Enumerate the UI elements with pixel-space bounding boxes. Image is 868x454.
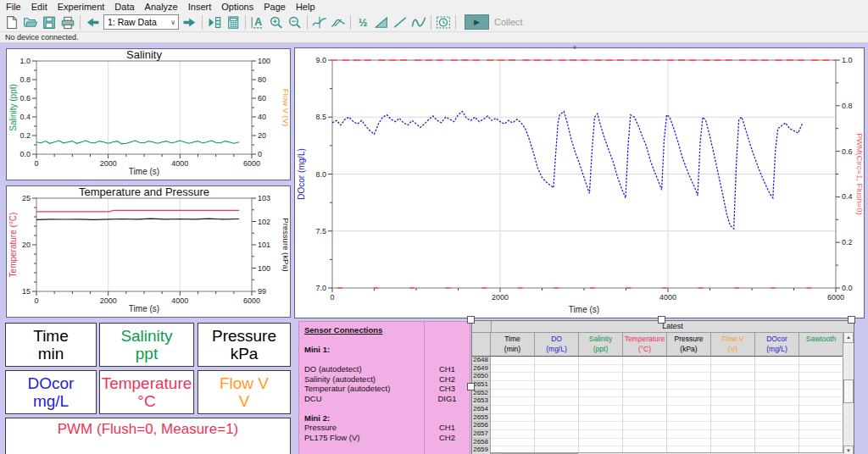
prev-run-icon[interactable] bbox=[83, 14, 102, 30]
autoscale-icon[interactable]: A bbox=[248, 14, 267, 30]
table-cell[interactable] bbox=[491, 397, 535, 406]
table-cell[interactable] bbox=[623, 439, 667, 447]
table-cell[interactable] bbox=[579, 365, 623, 374]
table-cell[interactable] bbox=[491, 439, 535, 447]
table-cell[interactable] bbox=[579, 381, 623, 390]
table-cell[interactable] bbox=[755, 397, 799, 406]
column-header-temperature[interactable]: Temperature(°C) bbox=[623, 333, 667, 357]
column-header-flow-v[interactable]: Flow V(V) bbox=[711, 333, 755, 357]
table-cell[interactable] bbox=[491, 422, 535, 430]
table-cell[interactable] bbox=[535, 365, 579, 374]
table-cell[interactable] bbox=[491, 365, 535, 374]
table-cell[interactable] bbox=[799, 357, 843, 365]
column-header-pressure[interactable]: Pressure(kPa) bbox=[667, 333, 711, 357]
menu-edit[interactable]: Edit bbox=[27, 1, 53, 13]
table-cell[interactable] bbox=[579, 373, 623, 381]
table-cell[interactable] bbox=[755, 406, 799, 414]
dataset-selector[interactable]: 1: Raw Data∨ bbox=[103, 14, 179, 30]
table-cell[interactable] bbox=[755, 357, 799, 365]
open-file-icon[interactable] bbox=[21, 14, 40, 30]
print-icon[interactable] bbox=[58, 14, 77, 30]
table-cell[interactable] bbox=[535, 373, 579, 381]
save-icon[interactable] bbox=[40, 14, 58, 30]
table-cell[interactable] bbox=[623, 430, 667, 439]
data-collection-icon[interactable] bbox=[434, 14, 453, 30]
table-cell[interactable] bbox=[623, 365, 667, 374]
table-cell[interactable] bbox=[711, 439, 755, 447]
table-cell[interactable] bbox=[491, 357, 535, 365]
table-cell[interactable] bbox=[667, 439, 711, 447]
menu-page[interactable]: Page bbox=[259, 1, 292, 13]
table-cell[interactable] bbox=[799, 414, 843, 423]
table-cell[interactable] bbox=[623, 357, 667, 365]
vscroll-thumb[interactable] bbox=[843, 379, 854, 403]
linear-fit-icon[interactable] bbox=[391, 14, 409, 30]
table-cell[interactable] bbox=[755, 414, 799, 423]
page-view-icon[interactable] bbox=[205, 14, 224, 30]
table-cell[interactable] bbox=[667, 381, 711, 390]
column-header-do[interactable]: DO(mg/L) bbox=[535, 333, 579, 357]
table-cell[interactable] bbox=[755, 390, 799, 398]
table-cell[interactable] bbox=[799, 422, 843, 430]
zoom-in-icon[interactable] bbox=[267, 14, 286, 30]
table-cell[interactable] bbox=[491, 390, 535, 398]
table-cell[interactable] bbox=[667, 357, 711, 365]
data-table[interactable]: Latest Time(min)DO(mg/L)Salinity(ppt)Tem… bbox=[471, 320, 854, 454]
table-cell[interactable] bbox=[711, 422, 755, 430]
tangent-icon[interactable] bbox=[329, 14, 348, 30]
table-cell[interactable] bbox=[799, 365, 843, 374]
docor-pwm-chart[interactable]: 02000400060007.07.58.08.59.00.00.20.40.6… bbox=[295, 48, 862, 316]
selection-handle-top-right[interactable] bbox=[848, 316, 855, 324]
scroll-down-icon[interactable]: ▼ bbox=[843, 446, 854, 454]
table-cell[interactable] bbox=[579, 422, 623, 430]
table-cell[interactable] bbox=[623, 390, 667, 398]
table-cell[interactable] bbox=[579, 357, 623, 365]
table-cell[interactable] bbox=[535, 422, 579, 430]
menu-file[interactable]: File bbox=[2, 1, 27, 13]
table-cell[interactable] bbox=[579, 390, 623, 398]
table-cell[interactable] bbox=[623, 414, 667, 423]
table-cell[interactable] bbox=[755, 365, 799, 374]
table-cell[interactable] bbox=[755, 373, 799, 381]
table-cell[interactable] bbox=[711, 397, 755, 406]
column-header-time[interactable]: Time(min) bbox=[491, 333, 535, 357]
table-cell[interactable] bbox=[799, 381, 843, 390]
next-run-icon[interactable] bbox=[181, 14, 199, 30]
menu-help[interactable]: Help bbox=[292, 1, 321, 13]
table-cell[interactable] bbox=[535, 414, 579, 423]
table-cell[interactable] bbox=[755, 422, 799, 430]
table-cell[interactable] bbox=[711, 381, 755, 390]
table-vertical-scrollbar[interactable]: ▲ ▼ bbox=[843, 332, 854, 454]
curve-fit-icon[interactable] bbox=[409, 14, 428, 30]
column-header-sawtooth[interactable]: Sawtooth bbox=[799, 333, 843, 357]
table-cell[interactable] bbox=[711, 406, 755, 414]
table-cell[interactable] bbox=[667, 414, 711, 423]
examine-icon[interactable] bbox=[310, 14, 329, 30]
table-cell[interactable] bbox=[535, 381, 579, 390]
table-cell[interactable] bbox=[535, 406, 579, 414]
table-cell[interactable] bbox=[799, 373, 843, 381]
table-cell[interactable] bbox=[623, 406, 667, 414]
menu-data[interactable]: Data bbox=[110, 1, 140, 13]
table-cell[interactable] bbox=[667, 430, 711, 439]
table-cell[interactable] bbox=[711, 365, 755, 374]
table-cell[interactable] bbox=[667, 373, 711, 381]
table-cell[interactable] bbox=[491, 406, 535, 414]
table-cell[interactable] bbox=[799, 430, 843, 439]
table-cell[interactable] bbox=[623, 422, 667, 430]
table-cell[interactable] bbox=[799, 406, 843, 414]
column-header-docor[interactable]: DOcor(mg/L) bbox=[755, 333, 799, 357]
table-cell[interactable] bbox=[755, 430, 799, 439]
table-cell[interactable] bbox=[535, 390, 579, 398]
table-cell[interactable] bbox=[711, 430, 755, 439]
table-cell[interactable] bbox=[711, 390, 755, 398]
scroll-up-icon[interactable]: ▲ bbox=[843, 332, 854, 343]
menu-options[interactable]: Options bbox=[217, 1, 259, 13]
collect-button[interactable]: ▶Collect bbox=[465, 14, 523, 30]
statistics-icon[interactable]: ½ bbox=[353, 14, 372, 30]
menu-experiment[interactable]: Experiment bbox=[53, 1, 111, 13]
table-cell[interactable] bbox=[491, 373, 535, 381]
table-cell[interactable] bbox=[535, 430, 579, 439]
selection-handle-top-center[interactable] bbox=[658, 316, 665, 324]
table-cell[interactable] bbox=[491, 414, 535, 423]
